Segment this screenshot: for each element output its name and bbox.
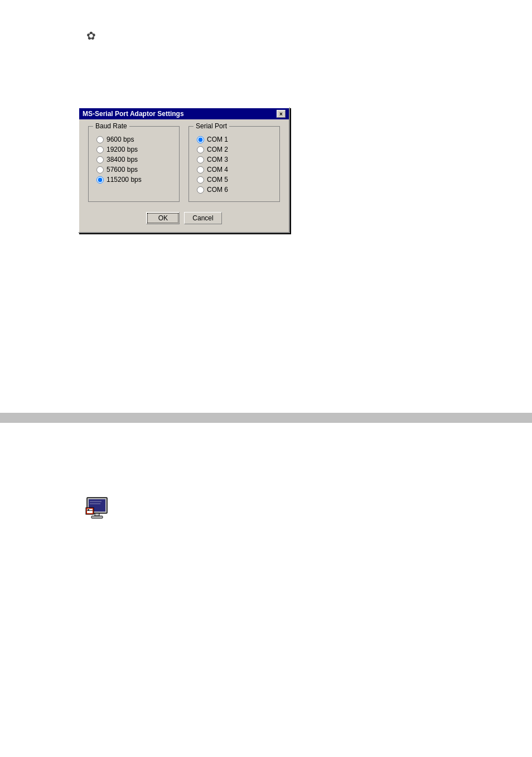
baud-rate-57600-radio[interactable]: [96, 166, 104, 173]
com2-row: COM 2: [197, 146, 272, 153]
com1-label: COM 1: [207, 136, 228, 143]
ms-serial-port-dialog: MS-Serial Port Adaptor Settings × Baud R…: [78, 107, 290, 233]
com1-radio[interactable]: [197, 136, 204, 143]
baud-rate-group: Baud Rate 9600 bps 19200 bps 38400 bps: [88, 126, 180, 202]
serial-port-group: Serial Port COM 1 COM 2 COM 3: [188, 126, 280, 202]
baud-rate-9600-row: 9600 bps: [96, 136, 171, 143]
baud-rate-19200-row: 19200 bps: [96, 146, 171, 153]
baud-rate-legend: Baud Rate: [93, 122, 129, 130]
tip-icon: ✿: [86, 29, 96, 42]
dialog-groups: Baud Rate 9600 bps 19200 bps 38400 bps: [88, 126, 280, 202]
com3-radio[interactable]: [197, 156, 204, 163]
com3-label: COM 3: [207, 156, 228, 163]
com6-row: COM 6: [197, 186, 272, 194]
com3-row: COM 3: [197, 156, 272, 163]
baud-rate-115200-row: 115200 bps: [96, 176, 171, 184]
baud-rate-19200-label: 19200 bps: [107, 146, 138, 153]
baud-rate-9600-label: 9600 bps: [107, 136, 134, 143]
svg-rect-4: [95, 513, 99, 516]
com2-radio[interactable]: [197, 146, 204, 153]
com4-radio[interactable]: [197, 166, 204, 173]
com5-label: COM 5: [207, 176, 228, 184]
serial-port-legend: Serial Port: [194, 122, 229, 130]
baud-rate-57600-row: 57600 bps: [96, 166, 171, 173]
baud-rate-19200-radio[interactable]: [96, 146, 104, 153]
cancel-button[interactable]: Cancel: [184, 212, 221, 224]
computer-icon: [85, 496, 112, 521]
com5-radio[interactable]: [197, 176, 204, 184]
baud-rate-9600-radio[interactable]: [96, 136, 104, 143]
dialog-wrapper: MS-Serial Port Adaptor Settings × Baud R…: [78, 107, 290, 233]
com1-row: COM 1: [197, 136, 272, 143]
ok-button[interactable]: OK: [146, 212, 180, 224]
com5-row: COM 5: [197, 176, 272, 184]
baud-rate-57600-label: 57600 bps: [107, 166, 138, 173]
baud-rate-38400-label: 38400 bps: [107, 156, 138, 163]
dialog-title: MS-Serial Port Adaptor Settings: [83, 110, 184, 118]
baud-rate-115200-label: 115200 bps: [107, 176, 142, 184]
dialog-titlebar: MS-Serial Port Adaptor Settings ×: [79, 108, 289, 119]
com6-radio[interactable]: [197, 186, 204, 194]
dialog-body: Baud Rate 9600 bps 19200 bps 38400 bps: [79, 119, 289, 232]
baud-rate-38400-row: 38400 bps: [96, 156, 171, 163]
com4-row: COM 4: [197, 166, 272, 173]
baud-rate-115200-radio[interactable]: [96, 176, 104, 184]
svg-rect-9: [88, 509, 89, 510]
com4-label: COM 4: [207, 166, 228, 173]
com6-label: COM 6: [207, 186, 228, 194]
dialog-close-button[interactable]: ×: [277, 110, 286, 118]
baud-rate-38400-radio[interactable]: [96, 156, 104, 163]
divider-bar: [0, 413, 532, 423]
dialog-footer: OK Cancel: [88, 210, 280, 224]
svg-rect-5: [91, 516, 103, 518]
com2-label: COM 2: [207, 146, 228, 153]
